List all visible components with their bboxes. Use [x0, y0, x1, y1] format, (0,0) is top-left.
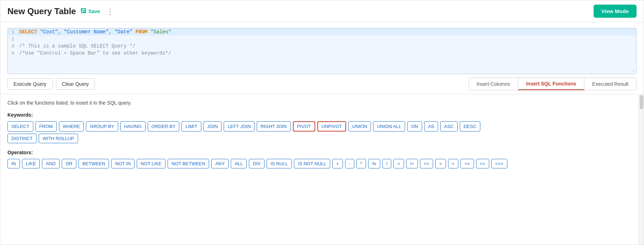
keyword-LEFT-JOIN[interactable]: LEFT JOIN [224, 121, 255, 132]
resize-handle[interactable]: ⌞ [632, 68, 635, 73]
keyword-JOIN[interactable]: JOIN [203, 121, 222, 132]
page-title: New Query Table [7, 6, 76, 16]
tab-executed-result[interactable]: Executed Result [584, 78, 636, 90]
op-IS-NULL[interactable]: IS NULL [267, 159, 292, 168]
op-IN[interactable]: IN [7, 159, 20, 168]
op-LIKE[interactable]: LIKE [22, 159, 40, 168]
keyword-DESC[interactable]: DESC [460, 121, 480, 132]
op-greater[interactable]: > [435, 159, 446, 168]
keyword-ORDER-BY[interactable]: ORDER BY [148, 121, 180, 132]
sql-editor[interactable]: 1 SELECT "Cost", "Customer Name", "Date"… [7, 28, 637, 74]
editor-line-3: 3 /* This is a sample SQL SELECT Query *… [8, 43, 636, 50]
keywords-label: Keywords: [7, 112, 632, 118]
op-DIV[interactable]: DIV [249, 159, 264, 168]
operators-row: IN LIKE AND OR BETWEEN NOT IN NOT LIKE N… [7, 159, 632, 168]
keyword-AS[interactable]: AS [424, 121, 438, 132]
keywords-row-1: SELECT FROM WHERE GROUP BY HAVING ORDER … [7, 121, 632, 132]
keyword-WHERE[interactable]: WHERE [59, 121, 84, 132]
keyword-PIVOT[interactable]: PIVOT [293, 121, 315, 132]
op-ANY[interactable]: ANY [211, 159, 229, 168]
op-less[interactable]: < [448, 159, 459, 168]
scrollbar-thumb[interactable] [640, 95, 643, 109]
more-options-button[interactable]: ⋮ [104, 6, 116, 16]
scrollbar[interactable] [639, 94, 644, 245]
op-NOT-IN[interactable]: NOT IN [111, 159, 135, 168]
op-OR[interactable]: OR [62, 159, 77, 168]
op-NOT-BETWEEN[interactable]: NOT BETWEEN [168, 159, 209, 168]
op-not-equals-alt[interactable]: <> [420, 159, 433, 168]
keyword-RIGHT-JOIN[interactable]: RIGHT JOIN [257, 121, 290, 132]
op-IS-NOT-NULL[interactable]: IS NOT NULL [294, 159, 330, 168]
keyword-HAVING[interactable]: HAVING [120, 121, 146, 132]
editor-line-4: 4 /*Use "Control + Space Bar" to see oth… [8, 50, 636, 57]
save-icon: 🖫 [80, 7, 87, 15]
keyword-ON[interactable]: ON [407, 121, 422, 132]
op-percent[interactable]: % [368, 159, 380, 168]
tab-insert-sql-functions[interactable]: Insert SQL Functions [518, 78, 584, 90]
tab-insert-columns[interactable]: Insert Columns [469, 78, 518, 90]
clear-query-button[interactable]: Clear Query [56, 78, 95, 90]
op-BETWEEN[interactable]: BETWEEN [78, 159, 109, 168]
keyword-DISTINCT[interactable]: DISTINCT [7, 134, 37, 143]
op-multiply[interactable]: * [356, 159, 366, 168]
op-NOT-LIKE[interactable]: NOT LIKE [137, 159, 165, 168]
save-button[interactable]: 🖫 Save [80, 7, 100, 15]
keyword-SELECT[interactable]: SELECT [7, 121, 33, 132]
operators-label: Operators: [7, 150, 632, 155]
operators-section: Operators: IN LIKE AND OR BETWEEN NOT IN… [7, 150, 632, 168]
keyword-GROUP-BY[interactable]: GROUP BY [86, 121, 118, 132]
keywords-section: Keywords: SELECT FROM WHERE GROUP BY HAV… [7, 112, 632, 143]
keyword-ASC[interactable]: ASC [440, 121, 458, 132]
view-mode-button[interactable]: View Mode [594, 5, 637, 18]
keyword-FROM[interactable]: FROM [36, 121, 57, 132]
op-null-safe[interactable]: <=> [491, 159, 507, 168]
editor-line-2: 2 [8, 35, 636, 43]
keywords-row-2: DISTINCT WITH ROLLUP [7, 134, 632, 143]
main-content: Click on the functions listed, to insert… [0, 94, 639, 245]
keyword-UNION[interactable]: UNION [348, 121, 371, 132]
op-plus[interactable]: + [332, 159, 343, 168]
editor-line-1: 1 SELECT "Cost", "Customer Name", "Date"… [8, 28, 636, 35]
execute-query-button[interactable]: Execute Query [7, 78, 53, 90]
op-not-equals[interactable]: != [406, 159, 418, 168]
op-AND[interactable]: AND [42, 159, 59, 168]
op-ALL[interactable]: ALL [231, 159, 247, 168]
function-tabs: Insert Columns Insert SQL Functions Exec… [469, 78, 637, 90]
op-gte[interactable]: >= [460, 159, 474, 168]
instruction-text: Click on the functions listed, to insert… [7, 100, 632, 106]
op-minus[interactable]: - [345, 159, 354, 168]
keyword-LIMIT[interactable]: LIMIT [181, 121, 201, 132]
keyword-WITH-ROLLUP[interactable]: WITH ROLLUP [39, 134, 78, 143]
op-equals[interactable]: = [393, 159, 404, 168]
keyword-UNION-ALL[interactable]: UNION ALL [373, 121, 405, 132]
op-divide[interactable]: / [382, 159, 392, 168]
keyword-UNPIVOT[interactable]: UNPIVOT [317, 121, 346, 132]
op-lte[interactable]: <= [476, 159, 489, 168]
